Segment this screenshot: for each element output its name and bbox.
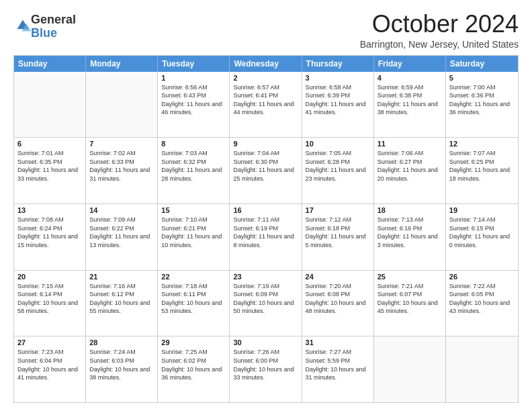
calendar-row-1: 6Sunrise: 7:01 AM Sunset: 6:35 PM Daylig…	[14, 137, 518, 203]
day-number: 31	[306, 338, 370, 347]
calendar-cell: 10Sunrise: 7:05 AM Sunset: 6:28 PM Dayli…	[302, 138, 374, 203]
calendar-cell: 13Sunrise: 7:08 AM Sunset: 6:24 PM Dayli…	[14, 204, 86, 270]
day-info: Sunrise: 7:00 AM Sunset: 6:36 PM Dayligh…	[449, 83, 515, 117]
calendar-row-3: 20Sunrise: 7:15 AM Sunset: 6:14 PM Dayli…	[14, 270, 518, 336]
day-info: Sunrise: 7:16 AM Sunset: 6:12 PM Dayligh…	[89, 282, 154, 316]
location: Barrington, New Jersey, United States	[360, 39, 519, 50]
calendar-cell: 11Sunrise: 7:06 AM Sunset: 6:27 PM Dayli…	[374, 138, 446, 203]
calendar-cell	[446, 336, 518, 402]
calendar-cell: 18Sunrise: 7:13 AM Sunset: 6:16 PM Dayli…	[374, 204, 446, 270]
calendar-cell: 15Sunrise: 7:10 AM Sunset: 6:21 PM Dayli…	[158, 204, 230, 270]
day-info: Sunrise: 7:08 AM Sunset: 6:24 PM Dayligh…	[17, 216, 82, 249]
calendar-header: SundayMondayTuesdayWednesdayThursdayFrid…	[14, 56, 518, 72]
calendar-cell: 16Sunrise: 7:11 AM Sunset: 6:19 PM Dayli…	[230, 204, 302, 270]
day-number: 16	[233, 206, 298, 214]
logo: General Blue	[13, 13, 76, 40]
day-number: 18	[378, 206, 442, 214]
calendar-cell: 4Sunrise: 6:59 AM Sunset: 6:38 PM Daylig…	[374, 72, 446, 138]
day-info: Sunrise: 7:02 AM Sunset: 6:33 PM Dayligh…	[89, 149, 154, 183]
day-info: Sunrise: 7:13 AM Sunset: 6:16 PM Dayligh…	[378, 216, 442, 249]
calendar-cell: 1Sunrise: 6:56 AM Sunset: 6:43 PM Daylig…	[158, 72, 230, 138]
day-number: 23	[233, 273, 298, 281]
day-number: 11	[378, 140, 442, 148]
day-number: 5	[449, 74, 515, 82]
calendar-cell: 2Sunrise: 6:57 AM Sunset: 6:41 PM Daylig…	[230, 72, 302, 138]
calendar-cell: 21Sunrise: 7:16 AM Sunset: 6:12 PM Dayli…	[86, 271, 158, 336]
calendar-cell: 6Sunrise: 7:01 AM Sunset: 6:35 PM Daylig…	[14, 138, 86, 203]
calendar-cell	[14, 72, 86, 138]
day-info: Sunrise: 7:18 AM Sunset: 6:11 PM Dayligh…	[161, 282, 226, 316]
calendar: SundayMondayTuesdayWednesdayThursdayFrid…	[13, 55, 519, 403]
calendar-cell: 9Sunrise: 7:04 AM Sunset: 6:30 PM Daylig…	[230, 138, 302, 203]
calendar-cell: 26Sunrise: 7:22 AM Sunset: 6:05 PM Dayli…	[446, 271, 518, 336]
day-number: 12	[449, 140, 515, 148]
header-day-tuesday: Tuesday	[158, 56, 230, 72]
day-number: 27	[17, 338, 82, 347]
calendar-cell: 3Sunrise: 6:58 AM Sunset: 6:39 PM Daylig…	[302, 72, 374, 138]
calendar-cell	[86, 72, 158, 138]
day-number: 9	[233, 140, 298, 148]
day-info: Sunrise: 7:25 AM Sunset: 6:02 PM Dayligh…	[161, 348, 226, 381]
day-number: 15	[161, 206, 226, 214]
calendar-cell: 22Sunrise: 7:18 AM Sunset: 6:11 PM Dayli…	[158, 271, 230, 336]
calendar-cell: 29Sunrise: 7:25 AM Sunset: 6:02 PM Dayli…	[158, 336, 230, 402]
day-number: 1	[161, 74, 226, 82]
day-info: Sunrise: 7:23 AM Sunset: 6:04 PM Dayligh…	[17, 348, 82, 381]
day-info: Sunrise: 7:10 AM Sunset: 6:21 PM Dayligh…	[161, 216, 226, 249]
day-number: 24	[306, 273, 370, 281]
calendar-cell: 23Sunrise: 7:19 AM Sunset: 6:09 PM Dayli…	[230, 271, 302, 336]
calendar-row-2: 13Sunrise: 7:08 AM Sunset: 6:24 PM Dayli…	[14, 203, 518, 270]
day-info: Sunrise: 7:20 AM Sunset: 6:08 PM Dayligh…	[306, 282, 370, 316]
day-info: Sunrise: 7:15 AM Sunset: 6:14 PM Dayligh…	[17, 282, 82, 316]
calendar-cell: 30Sunrise: 7:26 AM Sunset: 6:00 PM Dayli…	[230, 336, 302, 402]
day-info: Sunrise: 6:58 AM Sunset: 6:39 PM Dayligh…	[306, 83, 370, 117]
calendar-cell: 25Sunrise: 7:21 AM Sunset: 6:07 PM Dayli…	[374, 271, 446, 336]
day-number: 28	[89, 338, 154, 347]
calendar-page: General Blue October 2024 Barrington, Ne…	[0, 0, 532, 411]
logo-blue: Blue	[31, 26, 57, 40]
day-number: 17	[306, 206, 370, 214]
header-day-wednesday: Wednesday	[230, 56, 302, 72]
calendar-body: 1Sunrise: 6:56 AM Sunset: 6:43 PM Daylig…	[14, 72, 518, 402]
day-number: 29	[161, 338, 226, 347]
day-number: 3	[306, 74, 370, 82]
calendar-cell: 7Sunrise: 7:02 AM Sunset: 6:33 PM Daylig…	[86, 138, 158, 203]
calendar-cell: 12Sunrise: 7:07 AM Sunset: 6:25 PM Dayli…	[446, 138, 518, 203]
header-day-saturday: Saturday	[446, 56, 518, 72]
header-day-sunday: Sunday	[14, 56, 86, 72]
header: General Blue October 2024 Barrington, Ne…	[13, 11, 519, 50]
day-info: Sunrise: 7:04 AM Sunset: 6:30 PM Dayligh…	[233, 149, 298, 183]
logo-general: General	[31, 13, 76, 26]
calendar-row-0: 1Sunrise: 6:56 AM Sunset: 6:43 PM Daylig…	[14, 72, 518, 138]
day-info: Sunrise: 7:06 AM Sunset: 6:27 PM Dayligh…	[378, 149, 442, 183]
day-info: Sunrise: 7:22 AM Sunset: 6:05 PM Dayligh…	[449, 282, 515, 316]
day-info: Sunrise: 7:12 AM Sunset: 6:18 PM Dayligh…	[306, 216, 370, 249]
day-number: 19	[449, 206, 515, 214]
day-info: Sunrise: 7:01 AM Sunset: 6:35 PM Dayligh…	[17, 149, 82, 183]
day-info: Sunrise: 7:27 AM Sunset: 5:59 PM Dayligh…	[306, 348, 370, 381]
day-number: 13	[17, 206, 82, 214]
day-number: 4	[378, 74, 442, 82]
calendar-cell: 19Sunrise: 7:14 AM Sunset: 6:15 PM Dayli…	[446, 204, 518, 270]
day-number: 6	[17, 140, 82, 148]
calendar-row-4: 27Sunrise: 7:23 AM Sunset: 6:04 PM Dayli…	[14, 336, 518, 402]
day-number: 25	[378, 273, 442, 281]
day-number: 7	[89, 140, 154, 148]
day-number: 14	[89, 206, 154, 214]
calendar-cell: 5Sunrise: 7:00 AM Sunset: 6:36 PM Daylig…	[446, 72, 518, 138]
calendar-cell: 20Sunrise: 7:15 AM Sunset: 6:14 PM Dayli…	[14, 271, 86, 336]
day-number: 22	[161, 273, 226, 281]
calendar-cell: 8Sunrise: 7:03 AM Sunset: 6:32 PM Daylig…	[158, 138, 230, 203]
day-number: 30	[233, 338, 298, 347]
day-info: Sunrise: 7:19 AM Sunset: 6:09 PM Dayligh…	[233, 282, 298, 316]
calendar-cell: 31Sunrise: 7:27 AM Sunset: 5:59 PM Dayli…	[302, 336, 374, 402]
calendar-cell: 14Sunrise: 7:09 AM Sunset: 6:22 PM Dayli…	[86, 204, 158, 270]
logo-text: General Blue	[31, 13, 76, 40]
day-info: Sunrise: 7:03 AM Sunset: 6:32 PM Dayligh…	[161, 149, 226, 183]
day-info: Sunrise: 6:56 AM Sunset: 6:43 PM Dayligh…	[161, 83, 226, 117]
day-number: 20	[17, 273, 82, 281]
day-info: Sunrise: 7:09 AM Sunset: 6:22 PM Dayligh…	[89, 216, 154, 249]
day-info: Sunrise: 7:14 AM Sunset: 6:15 PM Dayligh…	[449, 216, 515, 249]
calendar-cell	[374, 336, 446, 402]
day-info: Sunrise: 6:57 AM Sunset: 6:41 PM Dayligh…	[233, 83, 298, 117]
